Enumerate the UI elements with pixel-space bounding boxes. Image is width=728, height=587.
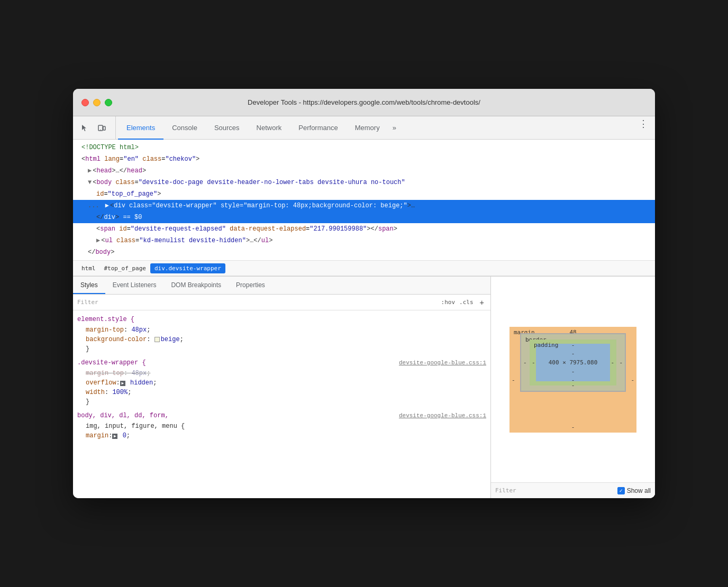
filter-tags: :hov .cls + — [441, 298, 486, 307]
toolbar-icons — [77, 116, 116, 139]
dom-line-body-close: </body> — [73, 246, 655, 258]
css-rule-close-1: } — [77, 344, 486, 354]
css-selector-body-div: body, div, dl, dd, form, devsite-google-… — [77, 411, 486, 420]
css-rule-body-div: body, div, dl, dd, form, devsite-google-… — [73, 409, 490, 443]
breadcrumb-top-of-page[interactable]: #top_of_page — [100, 263, 150, 273]
lower-panel: Styles Event Listeners DOM Breakpoints P… — [73, 276, 655, 498]
bm-content-dash: - — [571, 368, 575, 375]
sub-tab-event-listeners[interactable]: Event Listeners — [105, 277, 164, 294]
dom-line-ul[interactable]: ▶<ul class="kd-menulist devsite-hidden">… — [73, 235, 655, 246]
box-model-panel: margin 48 - - border - - - — [491, 277, 655, 498]
bm-dimensions[interactable]: 400 × 7975.080 — [549, 359, 598, 366]
breadcrumb-div-wrapper[interactable]: div.devsite-wrapper — [150, 263, 225, 273]
tab-performance[interactable]: Performance — [290, 117, 346, 140]
color-swatch-beige — [154, 337, 160, 342]
css-content: element.style { margin-top: 48px; backgr… — [73, 310, 490, 498]
bm-padding-top[interactable]: - — [571, 342, 575, 348]
tab-elements[interactable]: Elements — [118, 117, 163, 140]
dom-line-div-close: </div> == $0 — [73, 212, 655, 223]
css-prop-overflow[interactable]: overflow:▶ hidden; — [77, 378, 486, 388]
sub-tab-dom-breakpoints[interactable]: DOM Breakpoints — [163, 277, 229, 294]
dom-line-body-id: id="top_of_page"> — [73, 188, 655, 200]
bm-margin-bottom[interactable]: - — [571, 424, 575, 430]
show-all-label: ✓ Show all — [617, 487, 651, 494]
filter-add-button[interactable]: + — [478, 298, 486, 307]
titlebar: Developer Tools - https://developers.goo… — [73, 89, 655, 116]
css-selector-element-style: element.style { — [77, 315, 486, 324]
css-rule-close-2: } — [77, 397, 486, 407]
svg-rect-1 — [103, 126, 105, 130]
minimize-button[interactable] — [93, 99, 101, 106]
devtools-tabs: Elements Console Sources Network Perform… — [118, 116, 636, 139]
device-toolbar-icon[interactable] — [94, 121, 109, 135]
dom-line-body[interactable]: ▼<body class="devsite-doc-page devsite-h… — [73, 177, 655, 188]
close-button[interactable] — [81, 99, 89, 106]
css-selector-img-line: img, input, figure, menu { — [77, 421, 486, 431]
devtools-content: <!DOCTYPE html> <html lang="en" class="c… — [73, 140, 655, 498]
traffic-lights — [81, 99, 112, 106]
css-selector-devsite-wrapper: .devsite-wrapper { devsite-google-blue.c… — [77, 358, 486, 368]
show-all-checkbox[interactable]: ✓ — [617, 487, 625, 494]
bm-border-left[interactable]: - — [523, 359, 527, 366]
source-link-body-div[interactable]: devsite-google-blue.css:1 — [399, 411, 486, 420]
css-prop-margin-top[interactable]: margin-top: 48px; — [77, 325, 486, 335]
tab-console[interactable]: Console — [163, 117, 206, 140]
devtools-window: Developer Tools - https://developers.goo… — [73, 89, 655, 498]
css-rule-devsite-wrapper: .devsite-wrapper { devsite-google-blue.c… — [73, 356, 490, 409]
svg-point-2 — [100, 129, 101, 130]
bm-border-right[interactable]: - — [619, 359, 623, 366]
bm-content-padding-label: - — [571, 350, 575, 357]
breadcrumb-html[interactable]: html — [77, 263, 100, 273]
bm-border: border - - - padding - - - — [520, 333, 626, 392]
devtools-toolbar: Elements Console Sources Network Perform… — [73, 116, 655, 140]
box-model: margin 48 - - border - - - — [509, 327, 636, 433]
window-title: Developer Tools - https://developers.goo… — [248, 98, 480, 106]
css-rule-element-style: element.style { margin-top: 48px; backgr… — [73, 313, 490, 356]
more-tabs-button[interactable]: » — [388, 116, 401, 139]
filter-bar: Filter :hov .cls + — [73, 295, 490, 310]
bm-content: - 400 × 7975.080 - — [536, 344, 610, 381]
dom-line-html[interactable]: <html lang="en" class="chekov"> — [73, 153, 655, 165]
breadcrumb-bar: html #top_of_page div.devsite-wrapper — [73, 260, 655, 276]
bm-padding-right[interactable]: - — [611, 359, 614, 366]
filter-cls[interactable]: .cls — [459, 299, 474, 306]
box-model-container: margin 48 - - border - - - — [491, 277, 655, 482]
bm-border-bottom[interactable]: - — [571, 382, 575, 389]
source-link-devsite-wrapper[interactable]: devsite-google-blue.css:1 — [399, 358, 486, 368]
bm-padding-left[interactable]: - — [532, 359, 535, 366]
css-prop-margin[interactable]: margin:▶ 0; — [77, 431, 486, 441]
dom-line-doctype: <!DOCTYPE html> — [73, 142, 655, 153]
tab-network[interactable]: Network — [248, 117, 290, 140]
devtools-menu-button[interactable]: ⋮ — [636, 116, 651, 131]
css-prop-width[interactable]: width: 100%; — [77, 388, 486, 397]
bm-padding: padding - - - - 400 × 7975.080 - — [530, 340, 616, 386]
sub-tabs: Styles Event Listeners DOM Breakpoints P… — [73, 277, 490, 295]
bm-margin-left[interactable]: - — [512, 376, 515, 383]
bm-margin: margin 48 - - border - - - — [509, 327, 636, 433]
dom-line-span[interactable]: <span id="devsite-request-elapsed" data-… — [73, 223, 655, 235]
bm-padding-label: padding — [534, 342, 558, 348]
sub-tab-styles[interactable]: Styles — [73, 277, 105, 294]
css-prop-margin-top-strikethrough[interactable]: margin-top: 48px; — [77, 369, 486, 378]
sub-tab-properties[interactable]: Properties — [229, 277, 272, 294]
filter-label: Filter — [77, 299, 441, 306]
css-prop-bg-color[interactable]: background-color: beige; — [77, 335, 486, 344]
bm-margin-right[interactable]: - — [631, 376, 634, 383]
margin-arrow-icon[interactable]: ▶ — [112, 434, 117, 439]
dom-tree: <!DOCTYPE html> <html lang="en" class="c… — [73, 140, 655, 260]
cursor-icon[interactable] — [77, 121, 92, 135]
tab-sources[interactable]: Sources — [206, 117, 248, 140]
dom-line-div-wrapper[interactable]: ... ▶<div class="devsite-wrapper" style=… — [73, 200, 655, 212]
dom-line-head[interactable]: ▶<head>…</head> — [73, 165, 655, 177]
styles-panel: Styles Event Listeners DOM Breakpoints P… — [73, 277, 491, 498]
overflow-arrow-icon[interactable]: ▶ — [120, 381, 125, 386]
computed-filter-bar: Filter ✓ Show all — [491, 482, 655, 498]
computed-filter-input[interactable]: Filter — [495, 487, 613, 494]
maximize-button[interactable] — [105, 99, 112, 106]
filter-hov[interactable]: :hov — [441, 299, 456, 306]
tab-memory[interactable]: Memory — [347, 117, 388, 140]
